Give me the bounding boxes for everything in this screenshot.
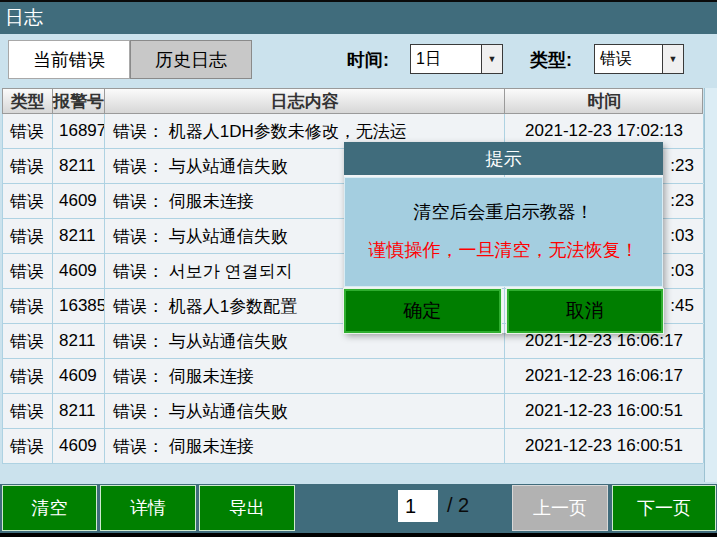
bottom-edge-strip <box>0 533 717 537</box>
column-header-type: 类型 <box>3 89 53 113</box>
page-number-input[interactable] <box>398 490 438 522</box>
window-title: 日志 <box>0 2 717 34</box>
table-scrollbar[interactable] <box>704 88 717 482</box>
cell-time: 2021-12-23 16:06:17 <box>505 359 704 393</box>
cell-type: 错误 <box>3 324 53 358</box>
cell-time: 2021-12-23 16:00:51 <box>505 429 704 463</box>
previous-page-button[interactable]: 上一页 <box>512 485 608 531</box>
time-filter-dropdown[interactable]: 1日 ▼ <box>410 44 503 74</box>
cell-alarm-code: 8211 <box>53 219 105 253</box>
time-filter-label: 时间: <box>347 48 389 72</box>
cell-alarm-code: 8211 <box>53 324 105 358</box>
cell-type: 错误 <box>3 289 53 323</box>
cell-alarm-code: 8211 <box>53 394 105 428</box>
column-header-content: 日志内容 <box>105 89 505 113</box>
dialog-message: 清空后会重启示教器！ <box>345 200 662 224</box>
dialog-body: 清空后会重启示教器！ 谨慎操作，一旦清空，无法恢复！ <box>344 177 663 287</box>
table-row[interactable]: 错误8211错误： 与从站通信失败2021-12-23 16:00:51 <box>3 394 703 429</box>
log-tabs: 当前错误 历史日志 <box>8 40 252 79</box>
cell-content: 错误： 伺服未连接 <box>105 359 505 393</box>
clear-button[interactable]: 清空 <box>2 485 97 531</box>
table-header: 类型 报警号 日志内容 时间 <box>2 88 703 114</box>
dialog-title: 提示 <box>344 142 663 175</box>
column-header-time: 时间 <box>505 89 704 113</box>
cell-type: 错误 <box>3 394 53 428</box>
type-filter-dropdown[interactable]: 错误 ▼ <box>594 44 684 74</box>
cell-content: 错误： 伺服未连接 <box>105 429 505 463</box>
dialog-button-row: 确定 取消 <box>344 289 663 333</box>
confirm-button[interactable]: 确定 <box>344 289 501 333</box>
type-filter-value: 错误 <box>595 45 662 73</box>
cell-type: 错误 <box>3 184 53 218</box>
table-row[interactable]: 错误4609错误： 伺服未连接2021-12-23 16:00:51 <box>3 429 703 464</box>
export-button[interactable]: 导出 <box>199 485 295 531</box>
table-row[interactable]: 错误4609错误： 伺服未连接2021-12-23 16:06:17 <box>3 359 703 394</box>
cell-alarm-code: 4609 <box>53 254 105 288</box>
cell-alarm-code: 16385 <box>53 289 105 323</box>
dialog-warning-text: 谨慎操作，一旦清空，无法恢复！ <box>345 238 662 262</box>
next-page-button[interactable]: 下一页 <box>612 485 716 531</box>
details-button[interactable]: 详情 <box>100 485 196 531</box>
cell-alarm-code: 4609 <box>53 429 105 463</box>
type-filter-label: 类型: <box>530 48 572 72</box>
cell-alarm-code: 8211 <box>53 149 105 183</box>
tab-history-log[interactable]: 历史日志 <box>130 40 252 79</box>
cell-content: 错误： 与从站通信失败 <box>105 394 505 428</box>
cell-type: 错误 <box>3 254 53 288</box>
cell-type: 错误 <box>3 429 53 463</box>
tab-current-errors[interactable]: 当前错误 <box>8 40 130 79</box>
cell-type: 错误 <box>3 149 53 183</box>
chevron-down-icon[interactable]: ▼ <box>481 45 502 73</box>
confirm-dialog: 提示 清空后会重启示教器！ 谨慎操作，一旦清空，无法恢复！ 确定 取消 <box>344 142 663 333</box>
cell-type: 错误 <box>3 219 53 253</box>
cell-type: 错误 <box>3 359 53 393</box>
column-header-alarm-code: 报警号 <box>53 89 105 113</box>
log-window: 日志 当前错误 历史日志 时间: 1日 ▼ 类型: 错误 ▼ 类型 报警号 日志… <box>0 0 717 537</box>
cell-alarm-code: 4609 <box>53 184 105 218</box>
cell-time: 2021-12-23 16:00:51 <box>505 394 704 428</box>
cell-type: 错误 <box>3 114 53 148</box>
cell-alarm-code: 16897 <box>53 114 105 148</box>
time-filter-value: 1日 <box>411 45 481 73</box>
cancel-button[interactable]: 取消 <box>507 289 664 333</box>
chevron-down-icon[interactable]: ▼ <box>662 45 683 73</box>
page-total-label: / 2 <box>447 494 469 517</box>
cell-alarm-code: 4609 <box>53 359 105 393</box>
footer-bar: 清空 详情 导出 / 2 上一页 下一页 <box>0 484 717 533</box>
